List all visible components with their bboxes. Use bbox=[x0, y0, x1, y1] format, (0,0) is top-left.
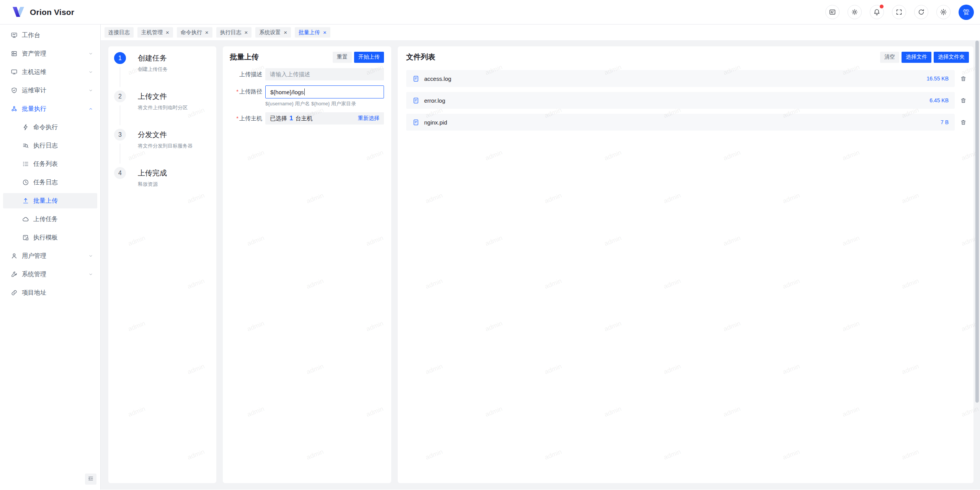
gear-icon bbox=[940, 8, 947, 16]
step-3: 3分发文件将文件分发到目标服务器 bbox=[114, 129, 209, 167]
chevron-down-icon bbox=[88, 253, 93, 259]
delete-file-button[interactable] bbox=[957, 97, 969, 104]
sidebar-item-执行日志[interactable]: 执行日志 bbox=[3, 138, 97, 153]
sidebar-item-label: 系统管理 bbox=[22, 270, 46, 279]
tab-label: 批量上传 bbox=[299, 29, 320, 36]
sidebar-item-工作台[interactable]: 工作台 bbox=[3, 28, 97, 43]
batch-exec-icon bbox=[11, 105, 18, 112]
sidebar-collapse-button[interactable] bbox=[85, 474, 96, 485]
sidebar-item-批量执行[interactable]: 批量执行 bbox=[3, 101, 97, 116]
sidebar-item-label: 执行模板 bbox=[33, 234, 58, 242]
file-icon bbox=[412, 119, 420, 126]
sidebar-item-批量上传[interactable]: 批量上传 bbox=[3, 193, 97, 208]
sidebar-item-用户管理[interactable]: 用户管理 bbox=[3, 248, 97, 264]
notifications-button[interactable] bbox=[870, 5, 884, 19]
host-selection-box: 已选择 1 台主机 重新选择 bbox=[265, 112, 384, 125]
exec-log-icon bbox=[22, 142, 29, 149]
theme-button[interactable] bbox=[848, 5, 862, 19]
tab-批量上传[interactable]: 批量上传× bbox=[295, 27, 330, 38]
settings-button[interactable] bbox=[936, 5, 951, 19]
file-line: error.log6.45 KB bbox=[406, 92, 969, 109]
upload-path-input[interactable]: ${home}/logs bbox=[265, 85, 384, 98]
tab-label: 执行日志 bbox=[220, 29, 242, 36]
sidebar-item-label: 任务日志 bbox=[33, 179, 58, 187]
select-files-button[interactable]: 选择文件 bbox=[902, 52, 931, 63]
tab-bar: 连接日志主机管理×命令执行×执行日志×系统设置×批量上传× bbox=[101, 25, 980, 40]
sidebar-item-label: 工作台 bbox=[22, 31, 40, 39]
sidebar-item-系统管理[interactable]: 系统管理 bbox=[3, 267, 97, 282]
sidebar-menu: 工作台资产管理主机运维运维审计批量执行命令执行执行日志任务列表任务日志批量上传上… bbox=[0, 28, 100, 300]
chevron-down-icon bbox=[88, 51, 93, 56]
sidebar-item-label: 运维审计 bbox=[22, 87, 46, 95]
sidebar-item-执行模板[interactable]: 执行模板 bbox=[3, 230, 97, 245]
delete-file-button[interactable] bbox=[957, 119, 969, 126]
code-panel-button[interactable] bbox=[825, 5, 840, 19]
tab-主机管理[interactable]: 主机管理× bbox=[137, 27, 173, 38]
sidebar-item-资产管理[interactable]: 资产管理 bbox=[3, 46, 97, 61]
delete-file-button[interactable] bbox=[957, 75, 969, 82]
user-avatar[interactable]: 管 bbox=[959, 5, 974, 20]
panel-title: 批量上传 bbox=[230, 52, 259, 62]
sidebar: 工作台资产管理主机运维运维审计批量执行命令执行执行日志任务列表任务日志批量上传上… bbox=[0, 25, 101, 490]
sidebar-item-label: 批量上传 bbox=[33, 197, 58, 205]
upload-description-input[interactable]: 请输入上传描述 bbox=[265, 68, 384, 80]
header-actions: 管 bbox=[825, 5, 974, 20]
sidebar-item-label: 命令执行 bbox=[33, 123, 58, 131]
select-folder-button[interactable]: 选择文件夹 bbox=[934, 52, 969, 63]
upload-path-label: *上传路径 bbox=[230, 85, 265, 107]
notification-badge bbox=[880, 5, 884, 8]
tab-label: 系统设置 bbox=[259, 29, 281, 36]
close-icon[interactable]: × bbox=[245, 29, 248, 35]
chevron-down-icon bbox=[88, 69, 93, 75]
scrollbar[interactable] bbox=[975, 41, 979, 403]
tab-连接日志[interactable]: 连接日志 bbox=[105, 27, 134, 38]
file-size: 7 B bbox=[941, 119, 949, 125]
sidebar-item-命令执行[interactable]: 命令执行 bbox=[3, 120, 97, 135]
start-upload-button[interactable]: 开始上传 bbox=[354, 52, 384, 63]
path-helper-text: ${username} 用户名 ${home} 用户家目录 bbox=[265, 100, 384, 107]
text-caret bbox=[304, 88, 305, 95]
close-icon[interactable]: × bbox=[284, 29, 287, 35]
sidebar-item-任务日志[interactable]: 任务日志 bbox=[3, 175, 97, 190]
upload-icon bbox=[22, 197, 29, 204]
input-value: ${home}/logs bbox=[270, 89, 304, 95]
workbench-icon bbox=[11, 32, 18, 39]
reset-button[interactable]: 重置 bbox=[333, 52, 352, 63]
step-1: 1创建任务创建上传任务 bbox=[114, 52, 209, 90]
close-icon[interactable]: × bbox=[323, 29, 327, 35]
sidebar-item-主机运维[interactable]: 主机运维 bbox=[3, 64, 97, 80]
app-title: Orion Visor bbox=[30, 8, 74, 17]
step-number: 2 bbox=[114, 90, 126, 102]
stepper-panel: 1创建任务创建上传任务2上传文件将文件上传到临时分区3分发文件将文件分发到目标服… bbox=[108, 46, 216, 483]
step-number: 3 bbox=[114, 129, 126, 141]
sun-icon bbox=[851, 8, 858, 16]
tab-系统设置[interactable]: 系统设置× bbox=[255, 27, 291, 38]
close-icon[interactable]: × bbox=[205, 29, 209, 35]
sidebar-item-项目地址[interactable]: 项目地址 bbox=[3, 285, 97, 300]
tab-执行日志[interactable]: 执行日志× bbox=[216, 27, 252, 38]
trash-icon bbox=[960, 97, 967, 104]
fullscreen-button[interactable] bbox=[892, 5, 906, 19]
sidebar-item-label: 上传任务 bbox=[33, 215, 58, 223]
task-log-icon bbox=[22, 179, 29, 186]
sidebar-item-运维审计[interactable]: 运维审计 bbox=[3, 83, 97, 98]
tab-命令执行[interactable]: 命令执行× bbox=[177, 27, 212, 38]
sidebar-item-label: 资产管理 bbox=[22, 50, 46, 58]
close-icon[interactable]: × bbox=[166, 29, 169, 35]
sidebar-item-上传任务[interactable]: 上传任务 bbox=[3, 211, 97, 227]
sidebar-item-label: 主机运维 bbox=[22, 68, 46, 76]
refresh-button[interactable] bbox=[914, 5, 928, 19]
sidebar-item-任务列表[interactable]: 任务列表 bbox=[3, 156, 97, 172]
step-title: 分发文件 bbox=[138, 129, 209, 140]
fullscreen-icon bbox=[895, 8, 903, 16]
code-icon bbox=[829, 8, 836, 16]
reselect-hosts-link[interactable]: 重新选择 bbox=[358, 115, 379, 122]
task-list-icon bbox=[22, 161, 29, 167]
bell-icon bbox=[873, 8, 880, 16]
step-title: 上传文件 bbox=[138, 90, 209, 102]
file-name: nginx.pid bbox=[424, 119, 447, 126]
tab-label: 主机管理 bbox=[141, 29, 163, 36]
assets-icon bbox=[11, 50, 18, 57]
file-name: error.log bbox=[424, 97, 445, 104]
clear-files-button[interactable]: 清空 bbox=[880, 52, 899, 63]
